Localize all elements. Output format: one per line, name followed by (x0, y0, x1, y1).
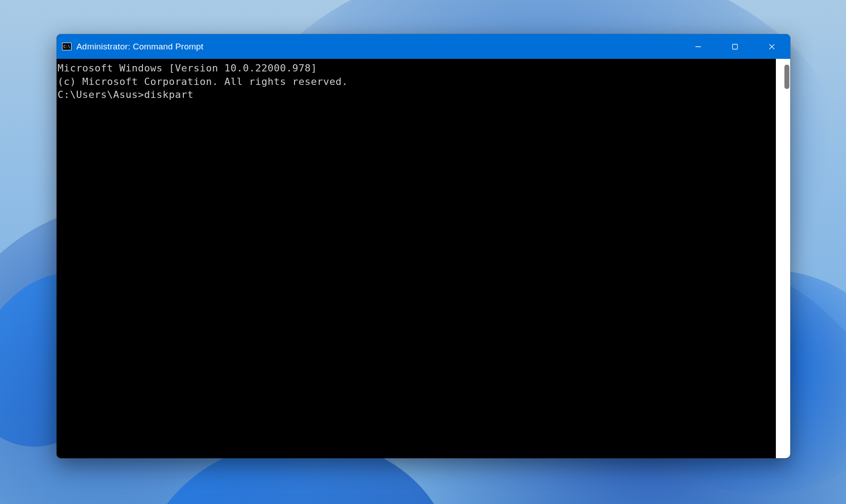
close-button[interactable] (753, 34, 790, 59)
terminal-body: Microsoft Windows [Version 10.0.22000.97… (57, 59, 790, 458)
minimize-button[interactable] (680, 34, 717, 59)
cmd-icon: C:\ (62, 43, 71, 50)
svg-rect-1 (733, 44, 738, 49)
scrollbar-track[interactable] (776, 59, 790, 458)
terminal-line: Microsoft Windows [Version 10.0.22000.97… (58, 62, 776, 75)
terminal-line: (c) Microsoft Corporation. All rights re… (58, 75, 776, 88)
window-controls (680, 34, 790, 59)
terminal-output[interactable]: Microsoft Windows [Version 10.0.22000.97… (57, 59, 776, 458)
maximize-icon (732, 44, 738, 50)
close-icon (769, 44, 775, 50)
minimize-icon (695, 44, 701, 50)
window-titlebar[interactable]: C:\ Administrator: Command Prompt (57, 34, 790, 59)
command-prompt-window: C:\ Administrator: Command Prompt Mi (57, 34, 790, 458)
maximize-button[interactable] (717, 34, 753, 59)
scrollbar-thumb[interactable] (784, 65, 789, 89)
terminal-prompt-line: C:\Users\Asus>diskpart (58, 88, 776, 102)
window-title: Administrator: Command Prompt (76, 42, 203, 52)
